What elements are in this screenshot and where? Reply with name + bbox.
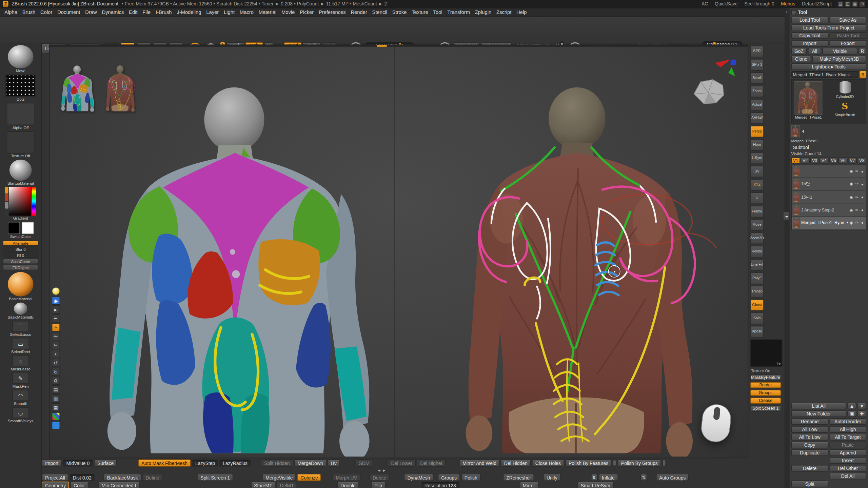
clipboard-button[interactable]: ▥ (52, 394, 60, 403)
bottom2-split-screen-1[interactable]: Split Screen 1 (197, 474, 233, 481)
menu-item-light[interactable]: Light (224, 9, 235, 15)
canvas-top-scrollbar[interactable] (50, 45, 748, 47)
document-canvas[interactable]: ◉►✒✑✏✂•↺↻♻▤▥▦ (49, 44, 748, 458)
menu-item-j-modeling[interactable]: J-Modeling (177, 9, 201, 15)
line-fill-button[interactable]: Line Fill (750, 259, 764, 271)
bottom2-morph-uv[interactable]: Morph UV (332, 474, 360, 481)
reference-thumbnail-polypaint[interactable] (60, 65, 96, 112)
stroke-dots-thumbnail[interactable] (5, 75, 36, 97)
panel-divider[interactable]: ‹ ◂▸ (785, 8, 789, 488)
polish-by-features-toggle[interactable] (613, 459, 616, 466)
grid-button[interactable]: ▦ (52, 403, 60, 412)
ghost-button[interactable]: Ghost (750, 299, 764, 311)
bottom3-smart-resym[interactable]: Smart ReSym (577, 482, 614, 488)
menu-item-stroke[interactable]: Stroke (392, 9, 407, 15)
undo-button[interactable]: ↺ (52, 359, 60, 367)
subtool-tab-v6[interactable]: V6 (839, 157, 847, 163)
knife-button[interactable]: ✂ (52, 341, 60, 349)
menu-item-tool[interactable]: Tool (433, 9, 442, 15)
blue-swatch[interactable] (52, 421, 60, 429)
current-tool-name[interactable]: Merged_TPose1_Ryan_Kingsli (791, 71, 859, 78)
color-picker[interactable] (5, 187, 36, 216)
rotate3d-button[interactable]: Rotate (750, 246, 764, 257)
texture-preview[interactable]: Te (750, 339, 782, 367)
startup-material-thumbnail[interactable] (9, 160, 32, 181)
new-folder-button[interactable]: New Folder (791, 410, 846, 417)
bottom2-delete[interactable]: Delete (369, 474, 390, 481)
scroll-button[interactable]: Scroll (750, 72, 764, 84)
goz-button[interactable]: GoZ (791, 48, 807, 55)
load-tool-button[interactable]: Load Tool (791, 17, 828, 23)
subtool-row[interactable]: J Anatomy Step-2 ◉ ✑ ● (792, 204, 866, 217)
rf-slider[interactable]: Rf 0 (3, 252, 38, 258)
frame-button[interactable]: Frame (750, 206, 764, 217)
split-hidden-button[interactable]: Split Hidden (261, 459, 293, 466)
close-holes-button[interactable]: Close Holes (532, 459, 564, 466)
crease-button[interactable]: Crease (750, 398, 781, 404)
subtool-up-button[interactable]: ▲ (847, 403, 856, 409)
spix-slider[interactable]: SPix 3 (750, 59, 764, 70)
bottom3-resolution-128[interactable]: Resolution 128 (421, 482, 459, 488)
bottom3-delmt[interactable]: DelMT (277, 482, 297, 488)
marker-button[interactable]: ✑ (52, 323, 60, 331)
subtool-button-del-all[interactable]: Del All (829, 473, 866, 480)
menu-item-macro[interactable]: Macro (240, 9, 254, 15)
subtool-row[interactable]: Merged_TPose1_Ryan_Kingslie ◉ ✑ ● (792, 217, 866, 230)
texture-off-thumbnail[interactable] (7, 131, 35, 154)
quicksave-button[interactable]: QuickSave (713, 1, 740, 6)
mask-lasso-icon[interactable]: ◌ (12, 355, 29, 367)
subtool-row[interactable]: 15단 ◉ ✑ ● (792, 178, 866, 191)
make-polymesh3d-button[interactable]: Make PolyMesh3D (812, 56, 866, 62)
lazystep-slider[interactable]: LazyStep (192, 459, 218, 466)
subtool-button-all-to-low[interactable]: All To Low (791, 434, 828, 441)
cursor-select-button[interactable]: ► (52, 305, 60, 314)
color-grid-swatch[interactable] (52, 412, 60, 421)
paint-toggle-icon[interactable]: ✑ (855, 195, 859, 199)
bottom3-flip[interactable]: Flip (371, 482, 386, 488)
subtool-tab-v2[interactable]: V2 (801, 157, 809, 163)
axis-orientation-widget[interactable] (715, 60, 736, 80)
subtool-button-delete[interactable]: Delete (791, 465, 828, 472)
menu-item-file[interactable]: File (142, 9, 151, 15)
subtool-section-header[interactable]: Subtool (791, 144, 867, 150)
see-through-slider[interactable]: See-through 0 (742, 1, 777, 6)
auto-mask-fibermesh-button[interactable]: Auto Mask FiberMesh (138, 459, 191, 466)
polish-by-groups-toggle[interactable] (662, 459, 666, 466)
subtool-down-button[interactable]: ▼ (857, 403, 866, 409)
smooth-brush-thumbnail[interactable]: ◠ (12, 390, 29, 401)
pen-button[interactable]: ✒ (52, 314, 60, 323)
subtool-tab-v4[interactable]: V4 (820, 157, 828, 163)
fillobject-button[interactable]: FillObject (3, 265, 38, 270)
menu-item-document[interactable]: Document (57, 9, 80, 15)
menu-item-help[interactable]: Help (516, 9, 527, 15)
blur-slider[interactable]: Blur 0 (3, 246, 38, 252)
menu-item-zplugin[interactable]: Zplugin (475, 9, 491, 15)
menu-item-edit[interactable]: Edit (129, 9, 137, 15)
subtool-button-split[interactable]: Split (791, 481, 828, 487)
uv-button[interactable]: Uv (328, 459, 340, 466)
main-color-swatch[interactable] (7, 222, 20, 234)
menu-item-alpha[interactable]: Alpha (4, 9, 17, 15)
bottom2-inflate[interactable]: Inflate (598, 474, 618, 481)
solo-button[interactable]: Solo (750, 312, 764, 324)
sculpt-toggle-icon[interactable]: ● (860, 195, 865, 199)
eye-icon[interactable]: ◉ (849, 221, 853, 225)
move-gizmo-button[interactable]: Move (750, 219, 764, 231)
bottom2-[interactable]: ⇅ (640, 474, 647, 481)
transparency-button[interactable]: Transp (750, 286, 764, 297)
bottom2-define[interactable]: Define (142, 474, 163, 481)
midvalue-slider[interactable]: MidValue 0 (63, 459, 93, 466)
menu-item-draw[interactable]: Draw (85, 9, 97, 15)
current-tool-r-badge[interactable]: R (860, 71, 866, 78)
subtool-tab-v1[interactable]: V1 (791, 157, 800, 163)
bottom3-color[interactable]: Color (70, 482, 88, 488)
simplebrush-icon[interactable]: S (839, 100, 851, 112)
copy-tool-button[interactable]: Copy Tool (791, 32, 828, 39)
menu-item-texture[interactable]: Texture (412, 9, 428, 15)
accucurve-button[interactable]: AccuCurve (3, 259, 38, 264)
bpr-button[interactable]: BPR (750, 46, 764, 57)
move-brush-thumbnail[interactable] (8, 45, 33, 68)
menu-item-picker[interactable]: Picker (300, 9, 314, 15)
polish-by-groups-button[interactable]: Polish By Groups (618, 459, 661, 466)
bottom3-mirror[interactable]: Mirror (519, 482, 538, 488)
